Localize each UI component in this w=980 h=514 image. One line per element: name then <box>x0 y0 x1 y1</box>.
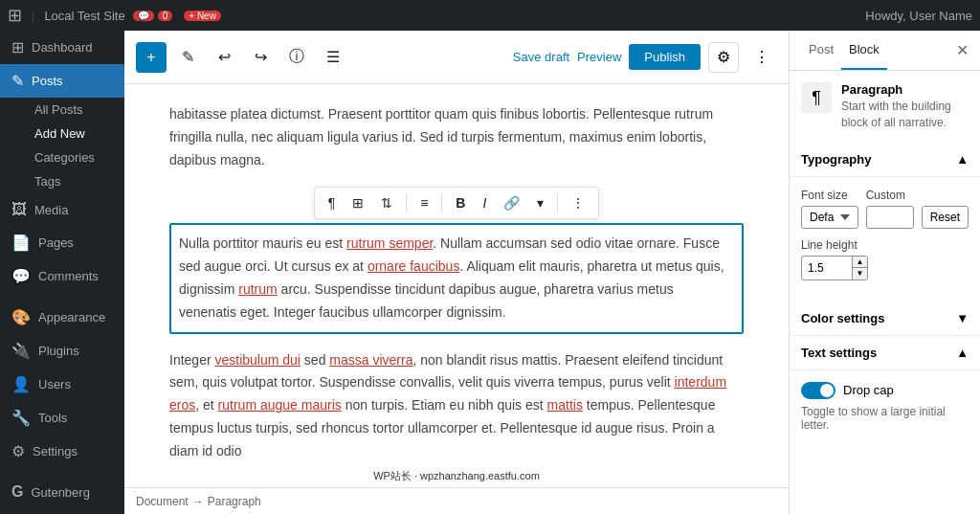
add-icon: + <box>146 49 155 66</box>
text-settings-label: Text settings <box>801 346 877 360</box>
edit-button[interactable]: ✎ <box>172 42 203 73</box>
sidebar-label-media: Media <box>34 203 68 217</box>
editor-toolbar: + ✎ ↩ ↪ ⓘ ☰ Save draft Preview Publish <box>124 31 789 84</box>
sidebar-item-appearance[interactable]: 🎨 Appearance <box>0 301 124 334</box>
italic-icon: I <box>482 195 486 211</box>
chevron-down-icon: ▾ <box>537 195 544 211</box>
drop-cap-label: Drop cap <box>843 383 894 397</box>
link-rutrum[interactable]: rutrum semper <box>346 235 433 251</box>
redo-button[interactable]: ↪ <box>245 42 276 73</box>
bold-icon: B <box>456 195 465 211</box>
link-rutrum3[interactable]: rutrum augue mauris <box>218 397 342 413</box>
sidebar-label-appearance: Appearance <box>38 310 105 324</box>
sidebar-sub-all-posts[interactable]: All Posts <box>0 98 124 122</box>
sidebar-item-media[interactable]: 🖼 Media <box>0 193 124 226</box>
status-document[interactable]: Document <box>136 495 189 508</box>
preview-button[interactable]: Preview <box>577 50 621 64</box>
line-height-decrement[interactable]: ▼ <box>852 268 867 279</box>
more-icon: ⋮ <box>754 48 769 66</box>
link-vestibulum[interactable]: vestibulum dui <box>214 352 301 368</box>
text-settings-section-header[interactable]: Text settings ▲ <box>790 336 980 370</box>
list-icon: ☰ <box>326 48 340 66</box>
sidebar-label-posts: Posts <box>32 74 63 88</box>
link-mattis[interactable]: mattis <box>547 397 583 413</box>
sidebar-sub-categories[interactable]: Categories <box>0 145 124 169</box>
typography-section: Font size Default Small Medium Large Cus… <box>790 177 980 302</box>
status-paragraph[interactable]: Paragraph <box>208 495 261 508</box>
selected-paragraph-block[interactable]: Nulla porttitor mauris eu est rutrum sem… <box>169 223 744 333</box>
block-grid-button[interactable]: ⊞ <box>345 191 371 214</box>
top-bar: ⊞ | Local Test Site 💬 0 + New Howdy, Use… <box>0 0 980 31</box>
dashboard-icon: ⊞ <box>11 38 24 56</box>
paragraph-block-before[interactable]: habitasse platea dictumst. Praesent port… <box>169 103 744 171</box>
editor-content[interactable]: habitasse platea dictumst. Praesent port… <box>124 84 789 487</box>
wp-logo-icon[interactable]: ⊞ <box>8 5 22 26</box>
settings-button[interactable]: ⚙ <box>708 42 739 73</box>
color-settings-section-header[interactable]: Color settings ▼ <box>790 302 980 336</box>
tab-block[interactable]: Block <box>841 31 887 70</box>
typography-section-header[interactable]: Typography ▲ <box>790 143 980 177</box>
align-button[interactable]: ≡ <box>412 191 435 214</box>
top-bar-new[interactable]: 💬 0 + New <box>133 11 221 21</box>
block-move-button[interactable]: ⇅ <box>373 191 400 214</box>
sidebar-item-dashboard[interactable]: ⊞ Dashboard <box>0 31 124 64</box>
bold-button[interactable]: B <box>448 191 473 214</box>
comments-icon: 💬 <box>11 267 31 285</box>
site-name[interactable]: Local Test Site <box>44 9 124 23</box>
link-button[interactable]: 🔗 <box>496 191 527 214</box>
list-view-button[interactable]: ☰ <box>318 42 348 73</box>
line-height-increment[interactable]: ▲ <box>852 257 867 268</box>
add-block-button[interactable]: + <box>136 42 167 73</box>
sidebar-item-tools[interactable]: 🔧 Tools <box>0 401 124 435</box>
drop-cap-row: Drop cap <box>801 382 969 399</box>
sidebar-label-dashboard: Dashboard <box>32 40 93 55</box>
line-height-group: Line height ▲ ▼ <box>801 238 868 280</box>
status-separator: → <box>192 495 204 508</box>
more-options-button[interactable]: ⋮ <box>746 42 777 73</box>
custom-size-input[interactable] <box>866 206 914 229</box>
font-size-select[interactable]: Default Small Medium Large <box>801 206 858 229</box>
sidebar-item-posts[interactable]: ✎ Posts <box>0 64 124 98</box>
sidebar-item-plugins[interactable]: 🔌 Plugins <box>0 334 124 368</box>
pencil-icon: ✎ <box>182 48 194 66</box>
sidebar-sub-tags[interactable]: Tags <box>0 169 124 193</box>
sidebar-item-pages[interactable]: 📄 Pages <box>0 226 124 259</box>
link-icon: 🔗 <box>503 195 520 211</box>
collapse-menu-button[interactable]: ◀ Collapse menu <box>0 508 124 514</box>
sidebar-item-comments[interactable]: 💬 Comments <box>0 259 124 293</box>
link-rutrum2[interactable]: rutrum <box>238 281 277 297</box>
panel-close-button[interactable]: ✕ <box>956 41 969 59</box>
block-type-button[interactable]: ¶ <box>321 191 344 214</box>
info-button[interactable]: ⓘ <box>281 42 312 73</box>
reset-group: Reset <box>922 189 969 229</box>
block-options-button[interactable]: ⋮ <box>564 191 592 214</box>
new-label[interactable]: + New <box>184 11 221 21</box>
link-massa[interactable]: massa viverra <box>329 352 412 368</box>
line-height-label: Line height <box>801 238 868 252</box>
sidebar-item-users[interactable]: 👤 Users <box>0 368 124 401</box>
publish-button[interactable]: Publish <box>629 44 701 70</box>
undo-button[interactable]: ↩ <box>209 42 239 73</box>
more-rich-button[interactable]: ▾ <box>529 191 551 214</box>
main-area: + ✎ ↩ ↪ ⓘ ☰ Save draft Preview Publish <box>124 31 789 514</box>
tab-post[interactable]: Post <box>801 31 841 70</box>
grid-icon: ⊞ <box>352 195 364 211</box>
line-height-input[interactable] <box>802 257 852 279</box>
sidebar-label-comments: Comments <box>38 269 99 283</box>
sidebar-sub-add-new[interactable]: Add New <box>0 122 124 145</box>
toolbar-separator-2 <box>441 193 442 212</box>
italic-button[interactable]: I <box>475 191 494 214</box>
arrows-icon: ⇅ <box>381 195 392 211</box>
sidebar-item-settings[interactable]: ⚙ Settings <box>0 435 124 468</box>
paragraph-block-after[interactable]: Integer vestibulum dui sed massa viverra… <box>169 349 744 463</box>
block-type-description: Start with the building block of all nar… <box>841 99 969 131</box>
text-after-5: non turpis. Etiam eu nibh quis est <box>342 397 547 413</box>
save-draft-button[interactable]: Save draft <box>513 50 569 64</box>
sidebar-label-gutenberg: Gutenberg <box>31 485 89 500</box>
comment-icon: 💬 <box>133 11 154 21</box>
reset-button[interactable]: Reset <box>922 206 969 229</box>
watermark-text: WP站长 · wpzhanzhang.eastfu.com <box>373 470 540 481</box>
drop-cap-toggle[interactable] <box>801 382 835 399</box>
link-ornare[interactable]: ornare faucibus <box>368 258 460 274</box>
sidebar-item-gutenberg[interactable]: G Gutenberg <box>0 476 124 508</box>
